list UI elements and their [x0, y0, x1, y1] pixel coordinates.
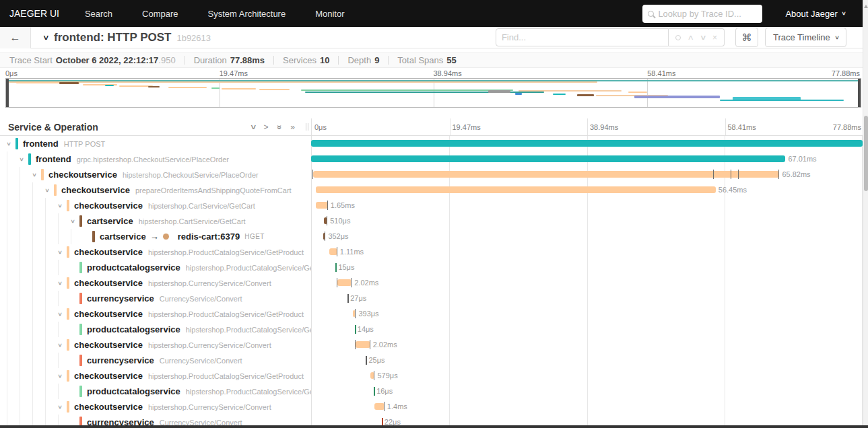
expand-chevron-icon[interactable]: >: [58, 203, 67, 209]
find-input[interactable]: [496, 28, 669, 46]
span-duration-bar[interactable]: [323, 233, 326, 240]
minimap-left-handle[interactable]: [6, 79, 9, 107]
clear-find-icon[interactable]: ×: [712, 33, 717, 42]
trace-id-lookup[interactable]: [642, 5, 762, 23]
span-name-cell[interactable]: >checkoutserviceprepareOrderItemsAndShip…: [0, 182, 311, 198]
trace-span-row[interactable]: >checkoutservicehipstershop.CurrencyServ…: [0, 399, 863, 415]
span-bar-cell[interactable]: 393μs: [311, 306, 863, 322]
trace-span-row[interactable]: >frontendHTTP POST: [0, 136, 863, 151]
expand-chevron-icon[interactable]: >: [58, 404, 67, 411]
span-bar-cell[interactable]: 2.02ms: [311, 275, 863, 291]
span-duration-bar[interactable]: [311, 155, 785, 162]
span-name-cell[interactable]: >checkoutservicehipstershop.CurrencyServ…: [0, 337, 311, 353]
app-brand[interactable]: JAEGER UI: [9, 8, 59, 19]
expand-chevron-icon[interactable]: >: [20, 156, 28, 163]
trace-span-row[interactable]: currencyserviceCurrencyService/Convert 2…: [0, 291, 863, 306]
trace-span-row[interactable]: >frontendgrpc.hipstershop.CheckoutServic…: [0, 151, 863, 167]
span-name-cell[interactable]: >checkoutservicehipstershop.CheckoutServ…: [0, 167, 311, 182]
trace-id-lookup-input[interactable]: [658, 9, 757, 19]
span-bar-cell[interactable]: 14μs: [311, 322, 863, 337]
trace-minimap[interactable]: [5, 78, 861, 108]
focus-match-icon[interactable]: [675, 35, 681, 40]
expand-chevron-icon[interactable]: >: [58, 311, 67, 318]
vertical-scrollbar-thumb[interactable]: [864, 116, 868, 191]
trace-span-row[interactable]: >checkoutservicehipstershop.CurrencyServ…: [0, 337, 863, 353]
span-name-cell[interactable]: >checkoutservicehipstershop.CartService/…: [0, 198, 311, 213]
trace-span-row[interactable]: productcatalogservicehipstershop.Product…: [0, 322, 863, 337]
span-duration-bar[interactable]: [353, 310, 356, 317]
expand-chevron-icon[interactable]: >: [58, 342, 67, 349]
trace-span-row[interactable]: >checkoutservicehipstershop.ProductCatal…: [0, 306, 863, 322]
span-name-cell[interactable]: cartservice→redis-cart:6379HGET: [0, 229, 311, 244]
scroll-up-arrow-icon[interactable]: [864, 5, 868, 8]
trace-span-row[interactable]: >checkoutservicehipstershop.ProductCatal…: [0, 244, 863, 260]
span-bar-cell[interactable]: 1.11ms: [311, 244, 863, 260]
nav-item-compare[interactable]: Compare: [142, 9, 178, 19]
span-bar-cell[interactable]: 1.65ms: [311, 198, 863, 213]
span-name-cell[interactable]: >frontendHTTP POST: [0, 136, 311, 151]
collapse-chevron-icon[interactable]: >: [41, 35, 51, 40]
span-duration-bar[interactable]: [370, 372, 374, 379]
expand-all-double-chevron-icon[interactable]: »: [290, 122, 295, 132]
expand-chevron-icon[interactable]: >: [32, 172, 41, 178]
span-bar-cell[interactable]: 510μs: [311, 213, 863, 229]
span-duration-bar[interactable]: [374, 403, 385, 410]
trace-span-row[interactable]: currencyserviceCurrencyService/Convert 2…: [0, 353, 863, 368]
trace-span-row[interactable]: cartservice→redis-cart:6379HGET 352μs: [0, 229, 863, 244]
span-duration-bar[interactable]: [329, 248, 337, 255]
expand-chevron-icon[interactable]: >: [58, 280, 67, 287]
span-name-cell[interactable]: currencyserviceCurrencyService/Convert: [0, 291, 311, 306]
nav-item-system-architecture[interactable]: System Architecture: [208, 9, 286, 19]
span-bar-cell[interactable]: 1.4ms: [311, 399, 863, 415]
span-duration-bar[interactable]: [316, 186, 716, 193]
span-name-cell[interactable]: >checkoutservicehipstershop.CurrencyServ…: [0, 275, 311, 291]
trace-span-row[interactable]: >cartservicehipstershop.CartService/GetC…: [0, 213, 863, 229]
collapse-all-chevron-down-icon[interactable]: >: [248, 124, 257, 129]
span-duration-bar[interactable]: [337, 279, 352, 286]
trace-view-dropdown[interactable]: Trace Timeline >: [765, 28, 846, 47]
trace-span-row[interactable]: >checkoutservicehipstershop.CheckoutServ…: [0, 167, 863, 182]
span-bar-cell[interactable]: 579μs: [311, 368, 863, 384]
next-match-icon[interactable]: >: [698, 35, 707, 40]
span-name-cell[interactable]: >checkoutservicehipstershop.ProductCatal…: [0, 306, 311, 322]
span-bar-cell[interactable]: 16μs: [311, 384, 863, 399]
column-resizer-handle[interactable]: [306, 123, 308, 131]
span-duration-bar[interactable]: [324, 217, 327, 224]
span-name-cell[interactable]: >cartservicehipstershop.CartService/GetC…: [0, 213, 311, 229]
span-duration-bar[interactable]: [313, 171, 779, 178]
nav-item-monitor[interactable]: Monitor: [315, 9, 344, 19]
prev-match-icon[interactable]: >: [686, 35, 695, 40]
span-bar-cell[interactable]: [311, 136, 863, 151]
trace-span-row[interactable]: >checkoutservicehipstershop.CartService/…: [0, 198, 863, 213]
trace-span-row[interactable]: productcatalogservicehipstershop.Product…: [0, 384, 863, 399]
span-bar-cell[interactable]: 65.82ms: [311, 167, 863, 182]
span-duration-bar[interactable]: [356, 341, 370, 348]
expand-chevron-icon[interactable]: >: [71, 218, 79, 225]
trace-span-row[interactable]: >checkoutservicehipstershop.ProductCatal…: [0, 368, 863, 384]
horizontal-scrollbar[interactable]: [0, 425, 868, 428]
span-name-cell[interactable]: currencyserviceCurrencyService/Convert: [0, 353, 311, 368]
back-button[interactable]: ←: [0, 27, 31, 48]
trace-span-row[interactable]: >checkoutserviceprepareOrderItemsAndShip…: [0, 182, 863, 198]
nav-item-search[interactable]: Search: [85, 9, 112, 19]
trace-span-row[interactable]: >checkoutservicehipstershop.CurrencyServ…: [0, 275, 863, 291]
span-bar-cell[interactable]: 56.45ms: [311, 182, 863, 198]
span-duration-bar[interactable]: [316, 202, 327, 209]
span-bar-cell[interactable]: 2.02ms: [311, 337, 863, 353]
span-bar-cell[interactable]: 27μs: [311, 291, 863, 306]
collapse-all-double-chevron-icon[interactable]: »: [275, 124, 284, 129]
span-name-cell[interactable]: >checkoutservicehipstershop.ProductCatal…: [0, 244, 311, 260]
vertical-scrollbar[interactable]: [863, 0, 868, 428]
expand-chevron-icon[interactable]: >: [7, 141, 15, 147]
span-bar-cell[interactable]: 352μs: [311, 229, 863, 244]
span-name-cell[interactable]: productcatalogservicehipstershop.Product…: [0, 322, 311, 337]
expand-one-chevron-right-icon[interactable]: >: [264, 122, 269, 132]
span-name-cell[interactable]: >frontendgrpc.hipstershop.CheckoutServic…: [0, 151, 311, 167]
expand-chevron-icon[interactable]: >: [45, 187, 54, 194]
trace-title-wrap[interactable]: > frontend: HTTP POST 1b92613: [43, 31, 211, 44]
span-bar-cell[interactable]: 67.01ms: [311, 151, 863, 167]
trace-span-row[interactable]: productcatalogservicehipstershop.Product…: [0, 260, 863, 275]
span-name-cell[interactable]: >checkoutservicehipstershop.ProductCatal…: [0, 368, 311, 384]
keyboard-shortcuts-button[interactable]: ⌘: [735, 28, 758, 47]
minimap-right-handle[interactable]: [858, 79, 861, 107]
